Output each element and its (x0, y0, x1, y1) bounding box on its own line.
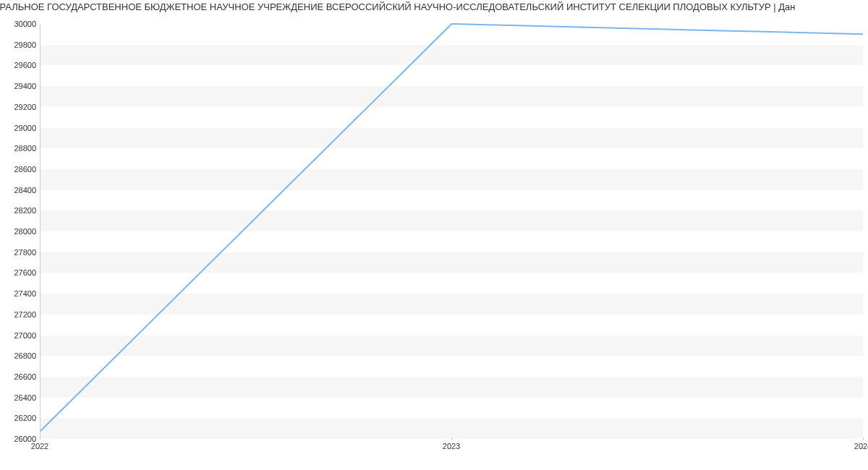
chart-container: 2600026200264002660026800270002720027400… (0, 18, 868, 469)
y-axis-label: 28600 (14, 165, 36, 174)
plot-area (40, 24, 863, 439)
x-axis-tick (863, 437, 864, 440)
y-axis-label: 28400 (14, 186, 36, 195)
x-axis-tick (40, 437, 41, 440)
chart-title: ДЕРАЛЬНОЕ ГОСУДАРСТВЕННОЕ БЮДЖЕТНОЕ НАУЧ… (0, 0, 855, 18)
y-axis-label: 29400 (14, 82, 36, 90)
x-axis-label: 2023 (443, 442, 460, 450)
y-axis-label: 27800 (14, 248, 36, 257)
y-axis-label: 29000 (14, 124, 36, 132)
y-axis-label: 26400 (14, 393, 36, 402)
x-axis-tick (451, 437, 452, 440)
y-axis-label: 28000 (14, 227, 36, 236)
y-axis-label: 26600 (14, 372, 36, 381)
x-axis-label: 2024 (854, 442, 868, 450)
line-chart-svg (41, 24, 863, 438)
x-axis-label: 2022 (31, 442, 48, 450)
y-axis-label: 26800 (14, 351, 36, 360)
y-axis-label: 27600 (14, 268, 36, 277)
y-axis-label: 27400 (14, 289, 36, 298)
y-axis-label: 27200 (14, 310, 36, 319)
y-axis-label: 27000 (14, 331, 36, 340)
y-axis-label: 26200 (14, 414, 36, 422)
y-axis-label: 29800 (14, 40, 36, 49)
y-axis-label: 29600 (14, 61, 36, 69)
y-axis-label: 29200 (14, 103, 36, 111)
y-axis-label: 28800 (14, 144, 36, 153)
y-axis-label: 28200 (14, 206, 36, 215)
y-axis-label: 30000 (14, 20, 36, 28)
data-series-line (41, 24, 863, 431)
